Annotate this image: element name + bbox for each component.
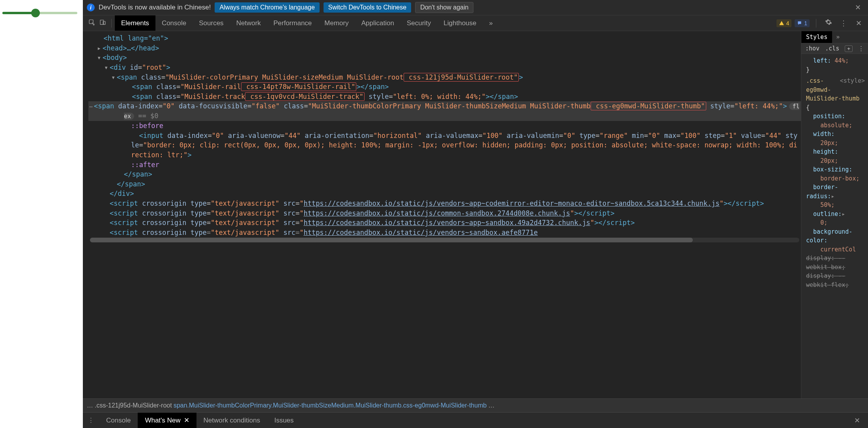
tab-network[interactable]: Network bbox=[230, 15, 267, 31]
dom-node-selected: ⋯ ▾<span data-index="0" data-focusvisibl… bbox=[88, 101, 801, 121]
elements-breadcrumb[interactable]: … .css-121j95d-MuiSlider-root span.MuiSl… bbox=[83, 398, 868, 412]
dom-node: </span> bbox=[88, 169, 801, 179]
drawer-tab-network-conditions[interactable]: Network conditions bbox=[196, 413, 268, 428]
dom-node: <script crossorigin type="text/javascrip… bbox=[88, 218, 801, 228]
hov-toggle[interactable]: :hov bbox=[805, 45, 819, 52]
devtools-drawer: ⋮ Console What's New ✕ Network condition… bbox=[83, 412, 868, 428]
tab-performance[interactable]: Performance bbox=[267, 15, 318, 31]
breadcrumb-item[interactable]: .css-121j95d-MuiSlider-root bbox=[95, 402, 172, 409]
rendered-page bbox=[0, 0, 83, 428]
slider-track bbox=[2, 12, 36, 14]
dom-node: ▾<span class="MuiSlider-colorPrimary Mui… bbox=[88, 73, 801, 82]
dom-node: ▾<div id="root"> bbox=[88, 63, 801, 73]
dom-node: ▾<body> bbox=[88, 53, 801, 63]
styles-panel: Styles » :hov .cls + ⋮ left: 44%; } .css… bbox=[801, 31, 868, 398]
styles-tab[interactable]: Styles bbox=[801, 31, 832, 43]
devtools-close-icon[interactable]: ✕ bbox=[853, 19, 865, 28]
tab-elements[interactable]: Elements bbox=[115, 15, 155, 31]
tab-memory[interactable]: Memory bbox=[318, 15, 355, 31]
dom-node: <script crossorigin type="text/javascrip… bbox=[88, 228, 801, 238]
breadcrumb-item-selected[interactable]: span.MuiSlider-thumbColorPrimary.MuiSlid… bbox=[174, 402, 487, 409]
mui-slider[interactable] bbox=[2, 12, 77, 14]
drawer-tab-whatsnew[interactable]: What's New ✕ bbox=[138, 413, 196, 428]
dismiss-notification-button[interactable]: Don't show again bbox=[415, 2, 473, 13]
close-icon[interactable]: ✕ bbox=[852, 3, 864, 12]
tab-console[interactable]: Console bbox=[155, 15, 193, 31]
tab-application[interactable]: Application bbox=[355, 15, 400, 31]
horizontal-scrollbar[interactable] bbox=[90, 238, 799, 242]
match-language-button[interactable]: Always match Chrome's language bbox=[215, 2, 319, 13]
devtools-window: i DevTools is now available in Chinese! … bbox=[83, 0, 868, 428]
drawer-tab-console[interactable]: Console bbox=[99, 413, 138, 428]
warnings-badge[interactable]: 4 bbox=[776, 19, 791, 27]
issues-count: 1 bbox=[804, 20, 807, 26]
devtools-tabbar: Elements Console Sources Network Perform… bbox=[83, 15, 868, 31]
gear-icon[interactable] bbox=[823, 19, 834, 28]
notification-text: DevTools is now available in Chinese! bbox=[99, 4, 211, 11]
dom-node: <html lang="en"> bbox=[88, 33, 801, 43]
styles-tabs-overflow[interactable]: » bbox=[832, 31, 844, 43]
dom-pseudo: ::after bbox=[88, 160, 801, 170]
devtools-notification-bar: i DevTools is now available in Chinese! … bbox=[83, 0, 868, 15]
dom-node: <script crossorigin type="text/javascrip… bbox=[88, 208, 801, 218]
kebab-icon[interactable]: ⋮ bbox=[838, 19, 849, 28]
dom-node: <script crossorigin type="text/javascrip… bbox=[88, 199, 801, 208]
tabs-overflow[interactable]: » bbox=[483, 15, 499, 31]
device-toolbar-icon[interactable] bbox=[97, 19, 108, 28]
close-icon[interactable]: ✕ bbox=[184, 416, 189, 424]
dom-node: <span class="MuiSlider-track css-1qv0vcd… bbox=[88, 92, 801, 102]
dom-node: </span> bbox=[88, 179, 801, 189]
switch-language-button[interactable]: Switch DevTools to Chinese bbox=[324, 2, 411, 13]
drawer-close-icon[interactable]: ✕ bbox=[851, 417, 863, 424]
drawer-tab-issues[interactable]: Issues bbox=[267, 413, 301, 428]
style-rules[interactable]: left: 44%; } .css-<style> eg0mwd- MuiSli… bbox=[801, 54, 868, 398]
new-style-rule-button[interactable]: + bbox=[845, 45, 853, 52]
dom-pseudo: ::before bbox=[88, 121, 801, 131]
styles-more-icon[interactable]: ⋮ bbox=[858, 45, 864, 52]
dom-node: <span class="MuiSlider-rail css-14pt78w-… bbox=[88, 82, 801, 92]
inspect-element-icon[interactable] bbox=[86, 19, 97, 28]
tab-lighthouse[interactable]: Lighthouse bbox=[437, 15, 483, 31]
dom-node: </div> bbox=[88, 189, 801, 199]
warnings-count: 4 bbox=[786, 20, 789, 26]
info-icon: i bbox=[87, 4, 95, 11]
dom-node: ▸<head>…</head> bbox=[88, 43, 801, 53]
cls-toggle[interactable]: .cls bbox=[825, 45, 839, 52]
tab-sources[interactable]: Sources bbox=[193, 15, 230, 31]
elements-dom-tree[interactable]: <html lang="en"> ▸<head>…</head> ▾<body>… bbox=[83, 31, 801, 398]
issues-badge[interactable]: 1 bbox=[795, 19, 810, 27]
slider-thumb[interactable] bbox=[31, 9, 40, 17]
gutter-actions-icon[interactable]: ⋯ bbox=[89, 103, 93, 112]
dom-node: <input data-index="0" aria-valuenow="44"… bbox=[88, 131, 801, 160]
tab-security[interactable]: Security bbox=[400, 15, 437, 31]
drawer-kebab-icon[interactable]: ⋮ bbox=[83, 416, 99, 424]
